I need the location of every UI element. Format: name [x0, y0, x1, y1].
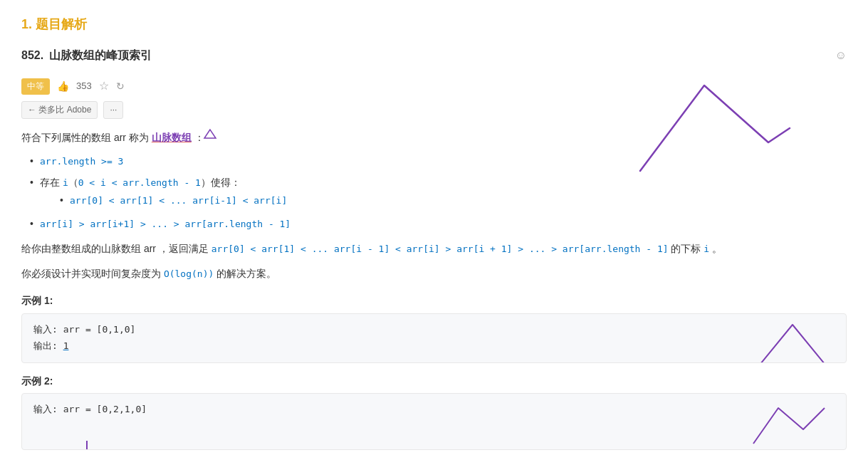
- example2-input: 输入: arr = [0,2,1,0]: [33, 401, 835, 417]
- meta-row: 中等 👍 353 ☆ ↻: [21, 77, 847, 95]
- difficulty-badge[interactable]: 中等: [21, 78, 50, 95]
- triangle-annotation-svg: [203, 128, 217, 140]
- example1-input: 输入: arr = [0,1,0]: [33, 321, 835, 338]
- svg-marker-0: [204, 130, 216, 138]
- condition1-code: arr.length >= 3: [40, 156, 123, 167]
- condition-item-2: 存在 i（0 < i < arr.length - 1）使得： arr[0] <…: [30, 174, 847, 209]
- example1-title: 示例 1:: [21, 293, 847, 308]
- problem-number: 852.: [21, 46, 43, 65]
- tag-adobe[interactable]: ← 类多比 Adobe: [21, 101, 98, 119]
- condition2-sub-list: arr[0] < arr[1] < ... arr[i-1] < arr[i]: [60, 192, 847, 209]
- example1-mountain-svg: [753, 318, 832, 363]
- condition-item-3: arr[i] > arr[i+1] > ... > arr[arr.length…: [30, 215, 847, 233]
- example2-title: 示例 2:: [21, 373, 847, 389]
- smiley-icon: ☺: [835, 46, 847, 65]
- refresh-icon[interactable]: ↻: [116, 78, 125, 94]
- example2-line-svg: [83, 441, 91, 450]
- highlight-mountain: 山脉数组: [152, 132, 192, 143]
- star-icon[interactable]: ☆: [99, 77, 109, 95]
- problem-title-text: 山脉数组的峰顶索引: [49, 46, 152, 65]
- task-text2: 你必须设计并实现时间复杂度为 O(log(n)) 的解决方案。: [21, 265, 847, 283]
- sub2-code: arr[i] > arr[i+1] > ... > arr[arr.length…: [40, 219, 291, 229]
- thumbs-up-icon: 👍: [57, 78, 69, 94]
- sub1-code: arr[0] < arr[1] < ... arr[i-1] < arr[i]: [70, 195, 287, 206]
- task-text1: 给你由整数组成的山脉数组 arr ，返回满足 arr[0] < arr[1] <…: [21, 240, 847, 258]
- section-title: 1. 题目解析: [21, 14, 847, 35]
- example2-mountain-svg: [746, 397, 832, 450]
- condition2-prefix: 存在 i（0 < i < arr.length - 1）使得：: [40, 177, 241, 188]
- example2-box: 输入: arr = [0,2,1,0]: [21, 393, 847, 450]
- description-intro: 符合下列属性的数组 arr 称为 山脉数组 ：: [21, 129, 847, 147]
- example1-output: 输出: 1: [33, 338, 835, 354]
- page-container: 1. 题目解析 852. 山脉数组的峰顶索引 ☺ 中等 👍 353 ☆ ↻ ← …: [0, 0, 868, 455]
- condition-item-1: arr.length >= 3: [30, 152, 847, 170]
- tag-row: ← 类多比 Adobe ···: [21, 101, 847, 119]
- example1-box: 输入: arr = [0,1,0] 输出: 1: [21, 313, 847, 363]
- condition2-sub1: arr[0] < arr[1] < ... arr[i-1] < arr[i]: [60, 192, 847, 209]
- like-count: 353: [76, 79, 92, 94]
- tag-more[interactable]: ···: [103, 101, 123, 119]
- condition-list: arr.length >= 3 存在 i（0 < i < arr.length …: [30, 152, 847, 233]
